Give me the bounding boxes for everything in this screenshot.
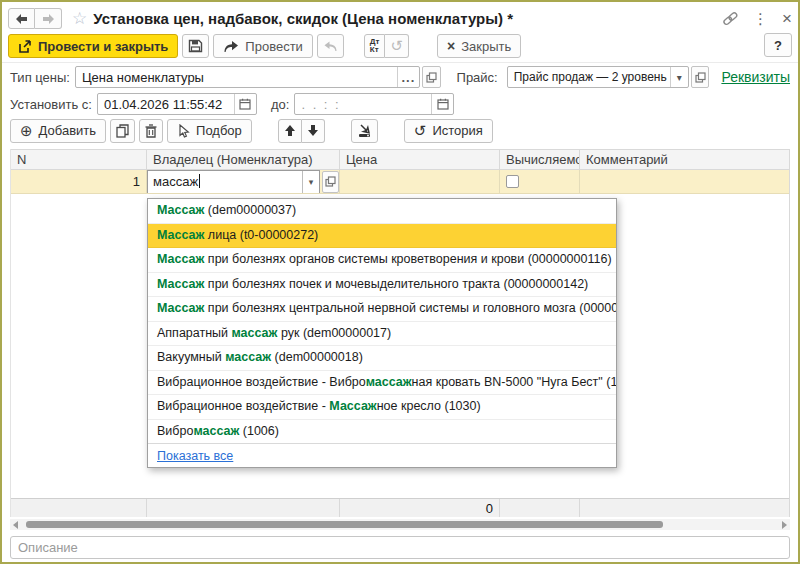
column-header-owner[interactable]: Владелец (Номенклатура) <box>147 150 340 169</box>
calendar-icon[interactable] <box>234 94 256 114</box>
price-type-label: Тип цены: <box>10 70 70 85</box>
dropdown-item[interactable]: Вакуумный массаж (dem00000018) <box>148 346 616 371</box>
delete-row-button[interactable] <box>139 119 163 143</box>
to-field[interactable]: . . : : <box>294 93 454 115</box>
dropdown-item[interactable]: Массаж при болезнях центральной нервной … <box>148 297 616 322</box>
totals-owner-cell <box>147 499 340 517</box>
open-icon <box>426 72 437 83</box>
close-label: Закрыть <box>461 39 511 54</box>
set-from-value: 01.04.2026 11:55:42 <box>98 97 234 112</box>
favorite-star-icon[interactable]: ☆ <box>72 8 87 29</box>
column-header-comment[interactable]: Комментарий <box>580 150 789 169</box>
arrow-up-icon <box>284 124 296 137</box>
scroll-left-icon[interactable] <box>13 521 18 529</box>
open-owner-button[interactable] <box>322 171 339 193</box>
computed-checkbox[interactable] <box>506 175 519 188</box>
save-icon <box>188 39 203 53</box>
back-arrow-icon <box>14 13 29 25</box>
totals-row: 0 <box>11 498 789 517</box>
price-cell[interactable] <box>340 170 500 193</box>
load-button[interactable] <box>351 119 378 143</box>
get-link-icon[interactable] <box>722 11 739 26</box>
price-type-value: Цена номенклатуры <box>76 70 397 85</box>
row-number-cell: 1 <box>11 170 147 193</box>
scroll-right-icon[interactable] <box>782 521 787 529</box>
table-row[interactable]: 1 массаж ▾ <box>11 170 789 194</box>
undo-button[interactable] <box>317 34 344 58</box>
pointer-icon <box>177 124 190 138</box>
column-header-price[interactable]: Цена <box>340 150 500 169</box>
owner-cell[interactable]: массаж ▾ <box>147 170 340 193</box>
post-arrow-icon <box>223 40 239 53</box>
to-label: до: <box>271 97 289 112</box>
show-all-link[interactable]: Показать все <box>157 449 233 463</box>
computed-cell[interactable] <box>500 170 580 193</box>
description-input[interactable] <box>10 536 790 559</box>
comment-cell[interactable] <box>580 170 789 193</box>
more-menu-icon[interactable]: ⋮ <box>753 10 768 28</box>
save-button[interactable] <box>182 34 209 58</box>
requisites-link[interactable]: Реквизиты <box>721 69 790 85</box>
post-button[interactable]: Провести <box>213 34 313 58</box>
window-title: Установка цен, надбавок, скидок (Цена но… <box>93 10 513 27</box>
toolbar-separator <box>2 62 798 63</box>
dropdown-item[interactable]: Массаж лица (t0-00000272) <box>148 224 616 249</box>
horizontal-scrollbar[interactable] <box>10 519 790 530</box>
forward-arrow-icon <box>41 13 56 25</box>
calendar-icon[interactable] <box>431 94 453 114</box>
table-toolbar: ⊕ Добавить Подбор ↺ История <box>10 118 493 143</box>
price-combo-arrow-icon[interactable]: ▾ <box>670 67 688 87</box>
copy-icon <box>116 124 129 138</box>
column-header-n[interactable]: N <box>11 150 147 169</box>
owner-input[interactable]: массаж <box>148 174 302 189</box>
dropdown-list: Массаж (dem00000037)Массаж лица (t0-0000… <box>148 199 616 444</box>
dropdown-item[interactable]: Вибромассаж (1006) <box>148 420 616 445</box>
movement-history-button[interactable]: ↺ <box>385 34 409 58</box>
close-x-icon: × <box>447 38 455 54</box>
pick-label: Подбор <box>196 123 242 138</box>
add-icon: ⊕ <box>20 123 33 138</box>
open-price-button[interactable] <box>691 66 710 88</box>
back-button[interactable] <box>8 8 35 29</box>
description-field <box>10 536 790 559</box>
post-and-close-label: Провести и закрыть <box>38 39 168 54</box>
move-up-button[interactable] <box>278 119 302 143</box>
add-label: Добавить <box>39 123 96 138</box>
price-type-row: Тип цены: Цена номенклатуры ... Прайс: П… <box>10 66 790 88</box>
price-setting-window: ☆ Установка цен, надбавок, скидок (Цена … <box>0 0 800 564</box>
close-window-icon[interactable]: × <box>782 10 792 27</box>
copy-row-button[interactable] <box>110 119 135 143</box>
scrollbar-thumb[interactable] <box>26 521 663 528</box>
nav-buttons <box>8 8 62 29</box>
help-button[interactable]: ? <box>764 33 792 57</box>
close-form-button[interactable]: × Закрыть <box>437 34 521 58</box>
forward-button[interactable] <box>35 8 62 29</box>
owner-dropdown-arrow-icon[interactable]: ▾ <box>302 171 319 193</box>
to-value: . . : : <box>295 97 431 112</box>
dropdown-item[interactable]: Массаж (dem00000037) <box>148 199 616 224</box>
dropdown-item[interactable]: Массаж при болезнях органов системы кров… <box>148 248 616 273</box>
dropdown-item[interactable]: Массаж при болезнях почек и мочевыделите… <box>148 273 616 298</box>
post-and-close-button[interactable]: Провести и закрыть <box>8 34 178 58</box>
dropdown-item[interactable]: Вибрационное воздействие - Вибромассажна… <box>148 371 616 396</box>
grid-header: N Владелец (Номенклатура) Цена Вычисляем… <box>11 149 789 170</box>
open-price-type-button[interactable] <box>422 66 441 88</box>
dtkt-button[interactable]: ДтКт <box>364 34 386 58</box>
owner-editor[interactable]: массаж ▾ <box>147 170 320 193</box>
set-from-label: Установить с: <box>10 97 92 112</box>
set-from-field[interactable]: 01.04.2026 11:55:42 <box>97 93 257 115</box>
choose-button[interactable]: ... <box>397 67 419 87</box>
dropdown-item[interactable]: Аппаратный массаж рук (dem00000017) <box>148 322 616 347</box>
add-row-button[interactable]: ⊕ Добавить <box>10 119 106 143</box>
owner-suggestions-dropdown: Массаж (dem00000037)Массаж лица (t0-0000… <box>147 198 617 468</box>
price-type-field[interactable]: Цена номенклатуры ... <box>75 66 420 88</box>
dropdown-item[interactable]: Вибрационное воздействие - Массажное кре… <box>148 395 616 420</box>
history-button[interactable]: ↺ История <box>404 119 493 143</box>
price-combo[interactable]: Прайс продаж — 2 уровень (RUB) ▾ <box>507 66 689 88</box>
column-header-computed[interactable]: Вычисляемое <box>500 150 580 169</box>
history-label: История <box>432 123 482 138</box>
pick-button[interactable]: Подбор <box>167 119 252 143</box>
trash-icon <box>145 124 157 138</box>
open-icon <box>695 72 706 83</box>
move-down-button[interactable] <box>302 119 325 143</box>
